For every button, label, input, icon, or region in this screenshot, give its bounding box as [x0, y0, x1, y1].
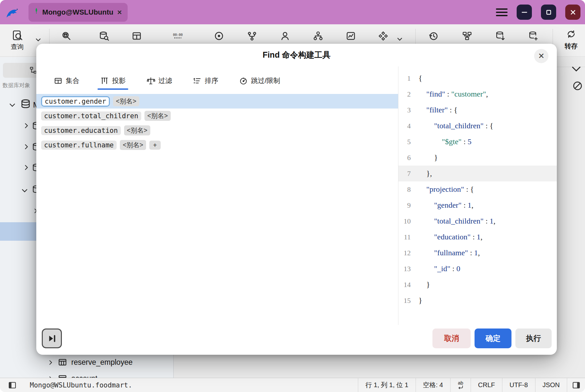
tab-sort[interactable]: 排序	[191, 72, 220, 90]
field-alias-chip[interactable]: <别名>	[144, 111, 171, 121]
dump-label[interactable]: 转存	[559, 42, 583, 51]
code-line[interactable]: 13"_id" : 0	[398, 261, 557, 277]
line-content: "education" : 1,	[416, 229, 483, 245]
tree-chevron-right-icon[interactable]	[23, 143, 30, 150]
line-content: "filter" : {	[416, 102, 457, 118]
connection-path[interactable]: Mongo@WSLUbuntu.foodmart.	[30, 381, 132, 389]
sidebar-toggle-icon[interactable]	[8, 381, 17, 390]
org-chart-icon[interactable]	[313, 31, 323, 41]
database-search-icon[interactable]	[99, 31, 109, 41]
field-alias-chip[interactable]: <别名>	[124, 125, 150, 135]
tree-chevron-down-icon[interactable]	[8, 101, 16, 109]
add-field-button[interactable]: +	[149, 141, 160, 150]
field-row[interactable]: customer.education<别名>	[36, 123, 398, 138]
branch-icon[interactable]	[247, 31, 257, 41]
schema-icon[interactable]	[462, 31, 472, 41]
cancel-button[interactable]: 取消	[432, 329, 471, 348]
database-create-icon[interactable]	[528, 31, 538, 41]
code-line[interactable]: 1{	[398, 70, 557, 86]
tab-close-icon[interactable]: ×	[117, 8, 122, 17]
disabled-filter-icon[interactable]	[572, 80, 583, 91]
field-alias-chip[interactable]: <别名>	[120, 140, 146, 150]
code-line[interactable]: 6}	[398, 150, 557, 166]
tab-skip-limit[interactable]: 跳过/限制	[238, 72, 281, 90]
step-toggle-button[interactable]	[42, 329, 62, 348]
code-line[interactable]: 4"total_children" : {	[398, 118, 557, 134]
execute-button[interactable]: 执行	[515, 329, 552, 348]
line-content: "total_children" : {	[416, 118, 493, 134]
tree-item-reserve-employee[interactable]: reserve_employee	[47, 355, 132, 369]
chart-icon[interactable]	[346, 31, 356, 41]
maximize-button[interactable]	[541, 5, 556, 20]
timer-icon[interactable]: 00:00	[173, 31, 183, 41]
query-label[interactable]: 查询	[5, 42, 29, 51]
field-alias-chip[interactable]: <别名>	[113, 96, 139, 106]
line-number: 3	[398, 102, 416, 118]
minimize-button[interactable]	[517, 5, 532, 20]
code-line[interactable]: 5"$gte" : 5	[398, 134, 557, 150]
code-line[interactable]: 11"education" : 1,	[398, 229, 557, 245]
field-row[interactable]: customer.gender<别名>	[36, 94, 398, 109]
modules-icon[interactable]	[378, 31, 388, 41]
more-chevron-icon[interactable]	[396, 35, 404, 43]
field-name-chip[interactable]: customer.total_children	[41, 111, 141, 121]
user-icon[interactable]	[280, 31, 290, 41]
tree-chevron-down-icon[interactable]	[21, 187, 29, 194]
code-line[interactable]: 9"gender" : 1,	[398, 197, 557, 213]
connection-tab[interactable]: Mongo@WSLUbuntu ×	[29, 3, 128, 22]
word-wrap-toggle[interactable]: ab	[450, 378, 471, 392]
code-line[interactable]: 7},	[398, 166, 557, 181]
field-name-chip[interactable]: customer.education	[41, 126, 121, 135]
table-view-icon[interactable]	[132, 31, 142, 41]
panel-toggle-icon[interactable]	[567, 378, 585, 392]
tab-label: 排序	[205, 76, 218, 85]
field-row[interactable]: customer.fullname<别名>+	[36, 138, 398, 152]
database-stack-icon[interactable]	[20, 98, 31, 110]
mongodb-leaf-icon	[34, 7, 39, 17]
dialog-close-icon[interactable]: ✕	[534, 49, 548, 63]
close-button[interactable]	[565, 5, 580, 20]
tab-filter[interactable]: 过滤	[145, 72, 173, 90]
field-row[interactable]: customer.total_children<别名>	[36, 109, 398, 123]
code-line[interactable]: 12"fullname" : 1,	[398, 245, 557, 261]
field-name-chip[interactable]: customer.fullname	[41, 141, 117, 150]
window-controls	[496, 5, 580, 20]
line-number: 10	[398, 213, 416, 229]
eol-setting[interactable]: CRLF	[471, 378, 502, 392]
panel-chevron-down-icon[interactable]	[571, 63, 582, 73]
tree-chevron-right-icon[interactable]	[23, 122, 30, 129]
database-import-icon[interactable]	[495, 31, 505, 41]
query-chevron-icon[interactable]	[34, 36, 42, 44]
history-icon[interactable]	[428, 31, 439, 41]
titlebar: Mongo@WSLUbuntu ×	[0, 0, 585, 24]
line-content: "find" : "customer",	[416, 86, 488, 102]
line-number: 9	[398, 197, 416, 213]
code-lines: 1{2"find" : "customer",3"filter" : {4"to…	[398, 70, 557, 308]
ok-button[interactable]: 确定	[475, 329, 511, 348]
tree-chevron-right-icon[interactable]	[47, 359, 54, 365]
tab-collection[interactable]: 集合	[52, 72, 81, 90]
field-name-chip[interactable]: customer.gender	[41, 96, 110, 107]
query-console-icon[interactable]	[12, 29, 23, 41]
line-content: {	[416, 70, 422, 86]
find-command-builder-dialog: Find 命令构建工具 ✕ 集合 投影 过滤 排序 跳过/限制	[36, 44, 557, 355]
code-line[interactable]: 3"filter" : {	[398, 102, 557, 118]
encoding-setting[interactable]: UTF-8	[502, 378, 535, 392]
search-console-icon[interactable]	[61, 31, 72, 41]
indent-setting[interactable]: 空格: 4	[416, 378, 450, 392]
code-line[interactable]: 14}	[398, 277, 557, 293]
tree-item-label: reserve_employee	[71, 358, 132, 367]
sidebar-toolbar	[3, 63, 39, 78]
code-line[interactable]: 15}	[398, 293, 557, 308]
tree-chevron-right-icon[interactable]	[23, 164, 30, 171]
target-icon[interactable]	[214, 31, 224, 41]
code-line[interactable]: 2"find" : "customer",	[398, 86, 557, 102]
code-line[interactable]: 10"total_children" : 1,	[398, 213, 557, 229]
menu-icon[interactable]	[496, 7, 508, 17]
tab-projection[interactable]: 投影	[99, 72, 127, 90]
dump-sync-icon[interactable]	[566, 29, 576, 39]
cursor-position[interactable]: 行 1, 列 1, 位 1	[358, 378, 415, 392]
code-editor[interactable]: 1{2"find" : "customer",3"filter" : {4"to…	[398, 66, 557, 325]
code-line[interactable]: 8"projection" : {	[398, 181, 557, 197]
language-mode[interactable]: JSON	[535, 378, 567, 392]
